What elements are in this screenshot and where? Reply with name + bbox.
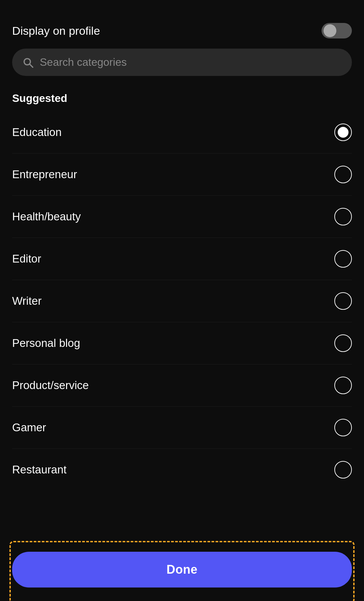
category-item-restaurant[interactable]: Restaurant	[12, 449, 352, 491]
category-item-education[interactable]: Education	[12, 111, 352, 154]
radio-inner-education	[338, 127, 348, 138]
category-name-writer: Writer	[12, 295, 41, 307]
category-name-restaurant: Restaurant	[12, 463, 66, 476]
suggested-section-label: Suggested	[12, 92, 352, 105]
search-bar[interactable]	[12, 49, 352, 76]
done-button-wrapper: Done	[12, 544, 352, 601]
category-item-writer[interactable]: Writer	[12, 280, 352, 322]
radio-product-service[interactable]	[334, 377, 352, 394]
category-item-entrepreneur[interactable]: Entrepreneur	[12, 154, 352, 196]
category-name-product-service: Product/service	[12, 379, 89, 392]
category-item-product-service[interactable]: Product/service	[12, 364, 352, 407]
category-item-personal-blog[interactable]: Personal blog	[12, 322, 352, 364]
page-container: Display on profile Suggested EducationEn…	[0, 0, 364, 601]
search-input[interactable]	[40, 56, 342, 69]
category-name-health-beauty: Health/beauty	[12, 210, 81, 223]
category-name-entrepreneur: Entrepreneur	[12, 168, 77, 181]
radio-writer[interactable]	[334, 292, 352, 310]
category-name-editor: Editor	[12, 252, 41, 265]
radio-education[interactable]	[334, 124, 352, 141]
radio-gamer[interactable]	[334, 419, 352, 436]
radio-restaurant[interactable]	[334, 461, 352, 479]
category-name-gamer: Gamer	[12, 421, 46, 434]
done-button[interactable]: Done	[12, 552, 352, 588]
display-on-profile-row: Display on profile	[12, 16, 352, 49]
toggle-knob	[324, 24, 336, 37]
radio-health-beauty[interactable]	[334, 208, 352, 225]
category-list: EducationEntrepreneurHealth/beautyEditor…	[12, 111, 352, 544]
category-name-education: Education	[12, 126, 62, 139]
radio-editor[interactable]	[334, 250, 352, 268]
category-item-gamer[interactable]: Gamer	[12, 407, 352, 449]
search-icon	[22, 57, 34, 68]
category-item-health-beauty[interactable]: Health/beauty	[12, 196, 352, 238]
category-item-editor[interactable]: Editor	[12, 238, 352, 280]
radio-personal-blog[interactable]	[334, 334, 352, 352]
display-on-profile-toggle[interactable]	[322, 23, 352, 38]
category-name-personal-blog: Personal blog	[12, 337, 80, 350]
radio-entrepreneur[interactable]	[334, 166, 352, 183]
display-on-profile-label: Display on profile	[12, 24, 100, 37]
svg-line-1	[30, 64, 33, 67]
